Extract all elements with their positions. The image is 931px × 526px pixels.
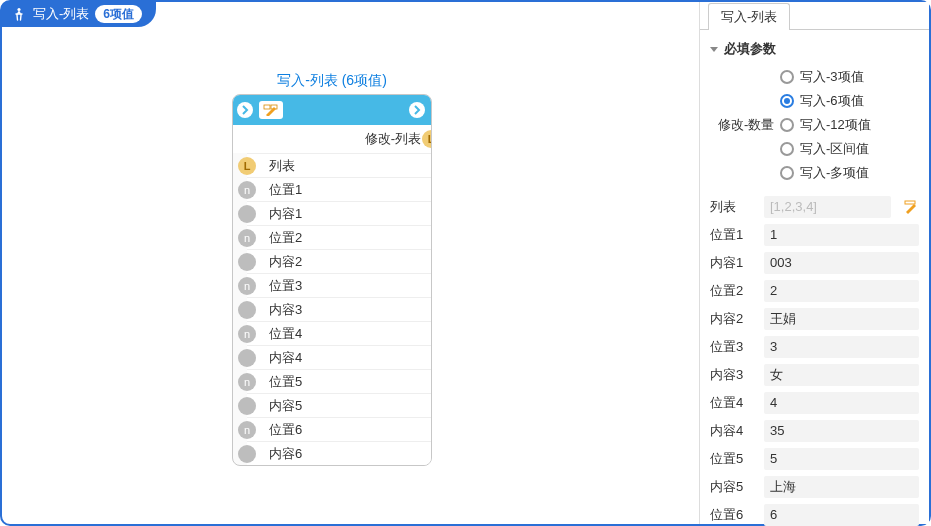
node-input-port[interactable] (238, 205, 256, 223)
node-input-port[interactable]: n (238, 373, 256, 391)
field-row: 内容435 (710, 417, 919, 445)
field-row-list: 列表[1,2,3,4] (710, 193, 919, 221)
node-input-row: 内容2 (247, 249, 431, 273)
node-input-port[interactable] (238, 397, 256, 415)
node-input-port[interactable] (238, 445, 256, 463)
radio-option[interactable]: 写入-多项值 (710, 161, 919, 185)
field-row: 内容3女 (710, 361, 919, 389)
node-input-port[interactable]: n (238, 325, 256, 343)
pencil-icon[interactable] (259, 101, 283, 119)
properties-panel: 写入-列表 必填参数 写入-3项值写入-6项值修改-数量写入-12项值写入-区间… (699, 2, 929, 524)
node-input-row: n位置4 (247, 321, 431, 345)
svg-rect-3 (905, 201, 915, 204)
field-row: 位置11 (710, 221, 919, 249)
field-row: 位置33 (710, 333, 919, 361)
field-label: 位置3 (710, 338, 756, 356)
field-label: 位置5 (710, 450, 756, 468)
node-input-port[interactable]: n (238, 229, 256, 247)
node-input-label: 内容3 (267, 301, 302, 319)
radio-option[interactable]: 写入-区间值 (710, 137, 919, 161)
node-input-label: 内容4 (267, 349, 302, 367)
node-title: 写入-列表 (6项值) (232, 72, 432, 90)
radio-icon[interactable] (780, 94, 794, 108)
field-row: 内容1003 (710, 249, 919, 277)
field-value-input[interactable]: 35 (764, 420, 919, 442)
field-label: 位置6 (710, 506, 756, 524)
chevron-right-icon[interactable] (409, 102, 425, 118)
node-input-row: 内容5 (247, 393, 431, 417)
app-window: 写入-列表 6项值 写入-列表 (6项值) 修改-列 (0, 0, 931, 526)
node-input-port[interactable]: n (238, 181, 256, 199)
node-input-row: n位置6 (247, 417, 431, 441)
radio-option[interactable]: 写入-6项值 (710, 89, 919, 113)
node-input-port[interactable]: n (238, 421, 256, 439)
node-input-port[interactable] (238, 349, 256, 367)
field-value-input[interactable]: 5 (764, 448, 919, 470)
radio-icon[interactable] (780, 70, 794, 84)
field-row: 内容2王娟 (710, 305, 919, 333)
node-input-row: 内容3 (247, 297, 431, 321)
field-value-input[interactable]: 4 (764, 392, 919, 414)
field-label: 列表 (710, 198, 756, 216)
node-input-label: 位置4 (267, 325, 302, 343)
node-input-port[interactable] (238, 253, 256, 271)
radio-option[interactable]: 写入-3项值 (710, 62, 919, 89)
field-label: 位置4 (710, 394, 756, 412)
field-value-input[interactable]: 6 (764, 504, 919, 526)
field-label: 内容1 (710, 254, 756, 272)
field-label: 内容2 (710, 310, 756, 328)
node-input-row: n位置1 (247, 177, 431, 201)
node-input-row: L列表 (247, 153, 431, 177)
node-input-row: 内容4 (247, 345, 431, 369)
node-input-port[interactable] (238, 301, 256, 319)
radio-label: 写入-12项值 (800, 116, 871, 134)
node-write-list[interactable]: 写入-列表 (6项值) 修改-列表 L L列表n (232, 72, 432, 466)
field-label: 内容4 (710, 422, 756, 440)
field-label: 位置2 (710, 282, 756, 300)
node-input-label: 位置6 (267, 421, 302, 439)
node-input-row: n位置2 (247, 225, 431, 249)
node-input-label: 内容2 (267, 253, 302, 271)
field-label: 内容3 (710, 366, 756, 384)
field-list: 列表[1,2,3,4]位置11内容1003位置22内容2王娟位置33内容3女位置… (710, 193, 919, 526)
radio-label: 写入-多项值 (800, 164, 869, 182)
field-value-input[interactable]: 3 (764, 336, 919, 358)
field-value-input[interactable]: 王娟 (764, 308, 919, 330)
field-value-input[interactable]: 2 (764, 280, 919, 302)
field-row: 位置55 (710, 445, 919, 473)
node-body: 修改-列表 L L列表n位置1内容1n位置2内容2n位置3内容3n位置4内容4n… (232, 94, 432, 466)
canvas[interactable]: 写入-列表 (6项值) 修改-列表 L L列表n (2, 2, 699, 524)
node-input-label: 位置5 (267, 373, 302, 391)
node-input-label: 位置1 (267, 181, 302, 199)
section-required-params[interactable]: 必填参数 (710, 36, 919, 62)
radio-icon[interactable] (780, 142, 794, 156)
radio-option[interactable]: 修改-数量写入-12项值 (710, 113, 919, 137)
tab-strip: 写入-列表 (700, 2, 929, 30)
field-label: 位置1 (710, 226, 756, 244)
field-value-input[interactable]: 上海 (764, 476, 919, 498)
radio-label: 写入-3项值 (800, 68, 864, 86)
radio-icon[interactable] (780, 118, 794, 132)
chevron-left-icon[interactable] (237, 102, 253, 118)
radio-icon[interactable] (780, 166, 794, 180)
node-output-port[interactable]: L (422, 130, 432, 148)
node-input-row: 内容6 (247, 441, 431, 465)
edit-pencil-icon[interactable] (903, 199, 919, 215)
triangle-down-icon (710, 47, 718, 52)
node-input-row: n位置3 (247, 273, 431, 297)
field-value-input[interactable]: 女 (764, 364, 919, 386)
field-row: 位置66 (710, 501, 919, 526)
node-output-row: 修改-列表 L (233, 125, 431, 153)
node-input-label: 位置2 (267, 229, 302, 247)
field-value-input[interactable]: 003 (764, 252, 919, 274)
node-input-label: 位置3 (267, 277, 302, 295)
field-value-input[interactable]: 1 (764, 224, 919, 246)
node-input-port[interactable]: L (238, 157, 256, 175)
field-row: 位置44 (710, 389, 919, 417)
node-topbar (233, 95, 431, 125)
list-input[interactable]: [1,2,3,4] (764, 196, 891, 218)
node-input-label: 内容1 (267, 205, 302, 223)
tab-write-list[interactable]: 写入-列表 (708, 3, 790, 30)
node-input-port[interactable]: n (238, 277, 256, 295)
section-label: 必填参数 (724, 40, 776, 58)
